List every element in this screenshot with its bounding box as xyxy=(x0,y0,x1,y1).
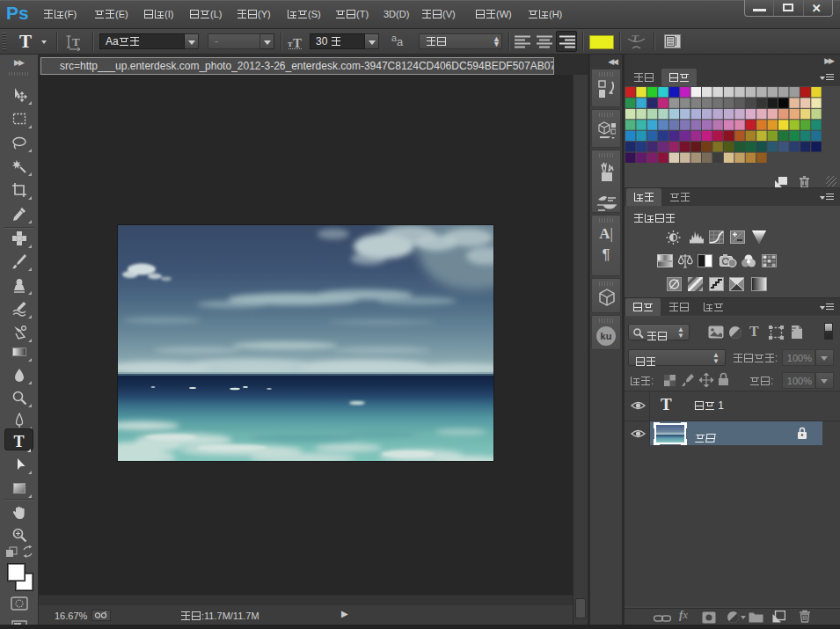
svg-text:T: T xyxy=(293,36,302,49)
svg-text:T: T xyxy=(631,33,639,45)
svg-text:T: T xyxy=(72,35,80,48)
